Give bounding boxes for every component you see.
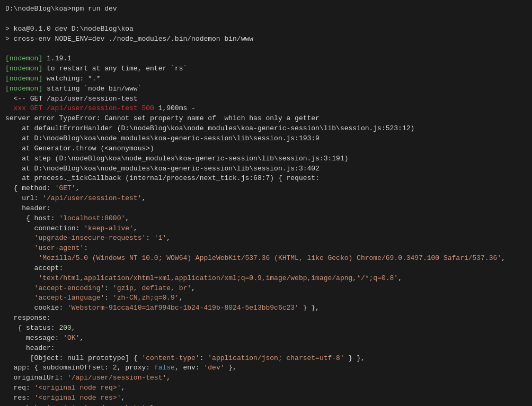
- cross-env: > cross-env NODE_ENV=dev ./node_modules/…: [5, 34, 527, 44]
- blank1: [5, 14, 527, 24]
- original-url-line: originalUrl: '/api/user/session-test',: [5, 373, 527, 383]
- cmd-line: D:\nodeBlog\koa>npm run dev: [5, 4, 527, 14]
- at-generator: at Generator.throw (<anonymous>): [5, 144, 527, 154]
- get-arrow: <-- GET /api/user/session-test: [5, 94, 527, 104]
- blank2: [5, 44, 527, 54]
- app-line: app: { subdomainOffset: 2, proxy: false,…: [5, 363, 527, 373]
- res-line: res: '<original node res>',: [5, 393, 527, 403]
- method-line: { method: 'GET',: [5, 184, 527, 194]
- accept-language-line: 'accept-language': 'zh-CN,zh;q=0.9',: [5, 293, 527, 303]
- at-default: at defaultErrorHanlder (D:\nodeBlog\koa\…: [5, 124, 527, 134]
- at-process: at process._tickCallback (internal/proce…: [5, 174, 527, 184]
- cookie-line: cookie: 'Webstorm-91cca410=1af994bc-1b24…: [5, 303, 527, 313]
- accept-encoding-line: 'accept-encoding': 'gzip, deflate, br',: [5, 284, 527, 294]
- at-d2: at D:\nodeBlog\koa\node_modules\koa-gene…: [5, 164, 527, 174]
- at-d: at D:\nodeBlog\koa\node_modules\koa-gene…: [5, 134, 527, 144]
- socket-line: socket: '<original node socket>' }: [5, 403, 527, 406]
- upgrade-line: 'upgrade-insecure-requests': '1',: [5, 233, 527, 243]
- host-line: { host: 'localhost:8000',: [5, 214, 527, 224]
- nodemon-restart: [nodemon] to restart at any time, enter …: [5, 64, 527, 74]
- message-line: message: 'OK',: [5, 333, 527, 344]
- url-line: url: '/api/user/session-test',: [5, 194, 527, 204]
- nodemon-version: [nodemon] 1.19.1: [5, 54, 527, 64]
- status-line: { status: 200,: [5, 323, 527, 333]
- nodemon-starting: [nodemon] starting `node bin/www`: [5, 84, 527, 94]
- xxx-get: xxx GET /api/user/session-test 500 1,900…: [5, 104, 527, 114]
- object-null-line: [Object: null prototype] { 'content-type…: [5, 354, 527, 364]
- user-agent-label: 'user-agent':: [5, 243, 527, 254]
- server-error: server error TypeError: Cannot set prope…: [5, 114, 527, 124]
- terminal: D:\nodeBlog\koa>npm run dev > koa@0.1.0 …: [0, 0, 532, 406]
- nodemon-watching: [nodemon] watching: *.*: [5, 74, 527, 84]
- user-agent-value: 'Mozilla/5.0 (Windows NT 10.0; WOW64) Ap…: [5, 254, 527, 264]
- accept-label: accept:: [5, 264, 527, 274]
- at-step: at step (D:\nodeBlog\koa\node_modules\ko…: [5, 154, 527, 164]
- koa-version: > koa@0.1.0 dev D:\nodeBlog\koa: [5, 24, 527, 34]
- connection-line: connection: 'keep-alive',: [5, 224, 527, 234]
- req-line: req: '<original node req>',: [5, 383, 527, 393]
- header-line: header:: [5, 204, 527, 214]
- response-line: response:: [5, 313, 527, 323]
- header2-line: header:: [5, 344, 527, 354]
- accept-value: 'text/html,application/xhtml+xml,applica…: [5, 274, 527, 284]
